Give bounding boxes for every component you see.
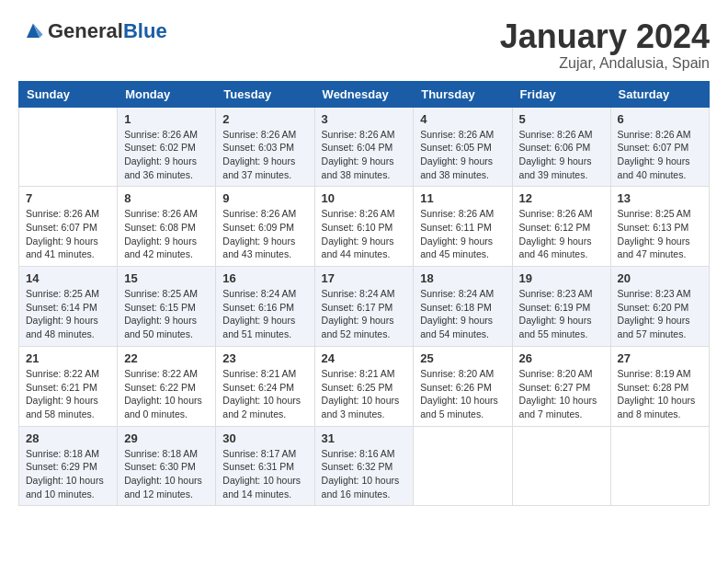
calendar-cell: 25Sunrise: 8:20 AMSunset: 6:26 PMDayligh… [414,346,512,426]
page-subtitle: Zujar, Andalusia, Spain [500,55,710,72]
day-number: 22 [124,351,209,365]
calendar-cell: 6Sunrise: 8:26 AMSunset: 6:07 PMDaylight… [610,107,709,187]
day-number: 15 [124,271,209,285]
day-number: 21 [26,351,110,365]
day-info: Sunrise: 8:26 AMSunset: 6:03 PMDaylight:… [222,128,307,182]
calendar-cell: 29Sunrise: 8:18 AMSunset: 6:30 PMDayligh… [118,426,216,506]
calendar-cell: 11Sunrise: 8:26 AMSunset: 6:11 PMDayligh… [414,187,512,267]
weekday-header-saturday: Saturday [610,81,709,107]
calendar-cell: 20Sunrise: 8:23 AMSunset: 6:20 PMDayligh… [610,267,709,347]
day-info: Sunrise: 8:26 AMSunset: 6:12 PMDaylight:… [519,207,604,261]
logo-blue: Blue [123,19,167,42]
day-number: 3 [322,112,407,126]
page-header: GeneralBlue January 2024 Zujar, Andalusi… [18,18,710,72]
day-info: Sunrise: 8:18 AMSunset: 6:30 PMDaylight:… [124,447,209,501]
calendar-cell: 17Sunrise: 8:24 AMSunset: 6:17 PMDayligh… [314,267,414,347]
calendar-table: SundayMondayTuesdayWednesdayThursdayFrid… [18,81,710,507]
day-info: Sunrise: 8:21 AMSunset: 6:24 PMDaylight:… [222,367,307,421]
calendar-cell: 5Sunrise: 8:26 AMSunset: 6:06 PMDaylight… [512,107,610,187]
calendar-cell: 18Sunrise: 8:24 AMSunset: 6:18 PMDayligh… [414,267,512,347]
day-info: Sunrise: 8:22 AMSunset: 6:22 PMDaylight:… [124,367,209,421]
day-number: 12 [519,191,604,205]
calendar-cell: 4Sunrise: 8:26 AMSunset: 6:05 PMDaylight… [414,107,512,187]
calendar-cell: 3Sunrise: 8:26 AMSunset: 6:04 PMDaylight… [314,107,414,187]
day-number: 27 [618,351,702,365]
day-info: Sunrise: 8:25 AMSunset: 6:14 PMDaylight:… [26,287,110,341]
calendar-cell: 15Sunrise: 8:25 AMSunset: 6:15 PMDayligh… [118,267,216,347]
day-info: Sunrise: 8:26 AMSunset: 6:10 PMDaylight:… [322,207,407,261]
day-info: Sunrise: 8:24 AMSunset: 6:17 PMDaylight:… [322,287,407,341]
calendar-cell: 31Sunrise: 8:16 AMSunset: 6:32 PMDayligh… [314,426,414,506]
day-number: 16 [222,271,307,285]
calendar-cell [414,426,512,506]
calendar-cell: 7Sunrise: 8:26 AMSunset: 6:07 PMDaylight… [19,187,118,267]
day-info: Sunrise: 8:20 AMSunset: 6:27 PMDaylight:… [519,367,604,421]
calendar-cell: 28Sunrise: 8:18 AMSunset: 6:29 PMDayligh… [19,426,118,506]
day-info: Sunrise: 8:26 AMSunset: 6:07 PMDaylight:… [618,128,702,182]
calendar-cell [512,426,610,506]
day-number: 28 [26,431,110,445]
day-info: Sunrise: 8:26 AMSunset: 6:02 PMDaylight:… [124,128,209,182]
day-info: Sunrise: 8:26 AMSunset: 6:06 PMDaylight:… [519,128,604,182]
day-number: 5 [519,112,604,126]
day-number: 1 [124,112,209,126]
day-info: Sunrise: 8:26 AMSunset: 6:07 PMDaylight:… [26,207,110,261]
day-number: 7 [26,191,110,205]
page-title: January 2024 [500,18,710,55]
day-info: Sunrise: 8:25 AMSunset: 6:15 PMDaylight:… [124,287,209,341]
day-number: 6 [618,112,702,126]
calendar-cell: 26Sunrise: 8:20 AMSunset: 6:27 PMDayligh… [512,346,610,426]
calendar-cell: 23Sunrise: 8:21 AMSunset: 6:24 PMDayligh… [216,346,314,426]
day-number: 9 [222,191,307,205]
day-info: Sunrise: 8:22 AMSunset: 6:21 PMDaylight:… [26,367,110,421]
day-number: 23 [222,351,307,365]
day-info: Sunrise: 8:25 AMSunset: 6:13 PMDaylight:… [618,207,702,261]
day-number: 19 [519,271,604,285]
day-info: Sunrise: 8:17 AMSunset: 6:31 PMDaylight:… [222,447,307,501]
weekday-header-tuesday: Tuesday [216,81,314,107]
calendar-cell: 16Sunrise: 8:24 AMSunset: 6:16 PMDayligh… [216,267,314,347]
calendar-week-1: 1Sunrise: 8:26 AMSunset: 6:02 PMDaylight… [19,107,710,187]
weekday-header-thursday: Thursday [414,81,512,107]
weekday-header-monday: Monday [118,81,216,107]
day-number: 30 [222,431,307,445]
day-info: Sunrise: 8:24 AMSunset: 6:16 PMDaylight:… [222,287,307,341]
weekday-header-row: SundayMondayTuesdayWednesdayThursdayFrid… [19,81,710,107]
day-info: Sunrise: 8:23 AMSunset: 6:20 PMDaylight:… [618,287,702,341]
day-number: 10 [322,191,407,205]
day-info: Sunrise: 8:23 AMSunset: 6:19 PMDaylight:… [519,287,604,341]
title-section: January 2024 Zujar, Andalusia, Spain [500,18,710,72]
weekday-header-sunday: Sunday [19,81,118,107]
day-info: Sunrise: 8:21 AMSunset: 6:25 PMDaylight:… [322,367,407,421]
calendar-cell: 2Sunrise: 8:26 AMSunset: 6:03 PMDaylight… [216,107,314,187]
calendar-cell: 1Sunrise: 8:26 AMSunset: 6:02 PMDaylight… [118,107,216,187]
calendar-cell: 8Sunrise: 8:26 AMSunset: 6:08 PMDaylight… [118,187,216,267]
day-number: 4 [420,112,505,126]
day-number: 13 [618,191,702,205]
day-info: Sunrise: 8:26 AMSunset: 6:08 PMDaylight:… [124,207,209,261]
day-number: 8 [124,191,209,205]
day-number: 24 [322,351,407,365]
day-number: 18 [420,271,505,285]
day-number: 11 [420,191,505,205]
calendar-cell: 21Sunrise: 8:22 AMSunset: 6:21 PMDayligh… [19,346,118,426]
weekday-header-friday: Friday [512,81,610,107]
day-number: 2 [222,112,307,126]
calendar-week-4: 21Sunrise: 8:22 AMSunset: 6:21 PMDayligh… [19,346,710,426]
day-number: 29 [124,431,209,445]
day-info: Sunrise: 8:26 AMSunset: 6:11 PMDaylight:… [420,207,505,261]
calendar-week-3: 14Sunrise: 8:25 AMSunset: 6:14 PMDayligh… [19,267,710,347]
calendar-week-5: 28Sunrise: 8:18 AMSunset: 6:29 PMDayligh… [19,426,710,506]
day-info: Sunrise: 8:26 AMSunset: 6:04 PMDaylight:… [322,128,407,182]
day-info: Sunrise: 8:16 AMSunset: 6:32 PMDaylight:… [322,447,407,501]
calendar-cell: 9Sunrise: 8:26 AMSunset: 6:09 PMDaylight… [216,187,314,267]
calendar-cell: 12Sunrise: 8:26 AMSunset: 6:12 PMDayligh… [512,187,610,267]
day-number: 31 [322,431,407,445]
calendar-cell: 24Sunrise: 8:21 AMSunset: 6:25 PMDayligh… [314,346,414,426]
calendar-cell: 14Sunrise: 8:25 AMSunset: 6:14 PMDayligh… [19,267,118,347]
calendar-cell: 19Sunrise: 8:23 AMSunset: 6:19 PMDayligh… [512,267,610,347]
calendar-cell: 30Sunrise: 8:17 AMSunset: 6:31 PMDayligh… [216,426,314,506]
day-info: Sunrise: 8:26 AMSunset: 6:05 PMDaylight:… [420,128,505,182]
day-info: Sunrise: 8:18 AMSunset: 6:29 PMDaylight:… [26,447,110,501]
day-number: 25 [420,351,505,365]
